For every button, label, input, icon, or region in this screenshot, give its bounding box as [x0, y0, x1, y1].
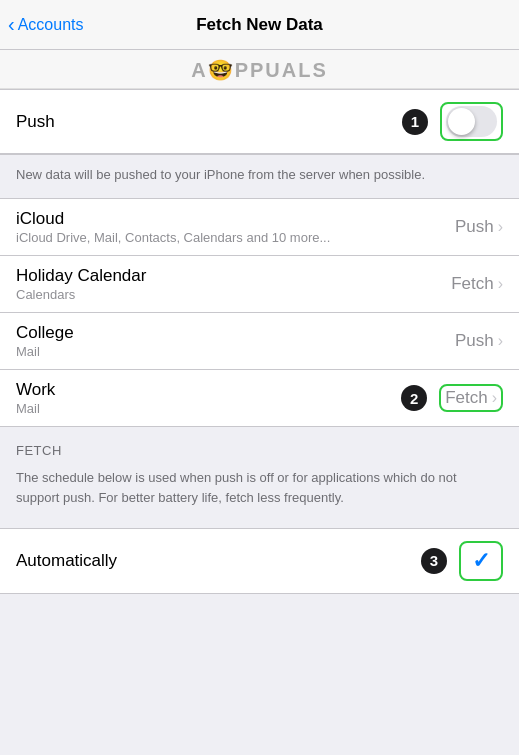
account-name-icloud: iCloud	[16, 209, 455, 229]
auto-check-outline: ✓	[459, 541, 503, 581]
chevron-icon-college: ›	[498, 332, 503, 350]
checkmark-icon: ✓	[472, 548, 490, 574]
work-action-outline: Fetch ›	[439, 384, 503, 412]
fetch-section: FETCH The schedule below is used when pu…	[0, 427, 519, 518]
chevron-icon-work: ›	[492, 389, 497, 407]
work-row-right: 2 Fetch ›	[401, 384, 503, 412]
chevron-icon-holiday: ›	[498, 275, 503, 293]
auto-label: Automatically	[16, 551, 117, 571]
account-info-college: College Mail	[16, 323, 455, 359]
back-chevron-icon: ‹	[8, 14, 15, 34]
account-subtitle-college: Mail	[16, 344, 455, 359]
account-action-college: Push ›	[455, 331, 503, 351]
account-row-icloud[interactable]: iCloud iCloud Drive, Mail, Contacts, Cal…	[0, 199, 519, 256]
auto-section: Automatically 3 ✓	[0, 528, 519, 594]
badge-1: 1	[402, 109, 428, 135]
account-row-work[interactable]: Work Mail 2 Fetch ›	[0, 370, 519, 426]
account-subtitle-holiday: Calendars	[16, 287, 451, 302]
back-button[interactable]: ‹ Accounts	[8, 15, 83, 34]
push-row: Push 1	[0, 90, 519, 154]
account-subtitle-work: Mail	[16, 401, 401, 416]
chevron-icon-icloud: ›	[498, 218, 503, 236]
accounts-list: iCloud iCloud Drive, Mail, Contacts, Cal…	[0, 198, 519, 427]
account-name-college: College	[16, 323, 455, 343]
watermark-text: A🤓PPUALS	[191, 59, 328, 81]
checkmark-container: ✓	[465, 545, 497, 577]
auto-row[interactable]: Automatically 3 ✓	[0, 529, 519, 593]
toggle-knob	[448, 108, 475, 135]
badge-3: 3	[421, 548, 447, 574]
back-label: Accounts	[18, 16, 84, 34]
fetch-description-text: The schedule below is used when push is …	[16, 470, 457, 505]
account-info-work: Work Mail	[16, 380, 401, 416]
account-row-college[interactable]: College Mail Push ›	[0, 313, 519, 370]
toggle-outline	[440, 102, 503, 141]
account-action-label-holiday: Fetch	[451, 274, 494, 294]
account-subtitle-icloud: iCloud Drive, Mail, Contacts, Calendars …	[16, 230, 455, 245]
nav-bar: ‹ Accounts Fetch New Data	[0, 0, 519, 50]
account-action-label-work: Fetch	[445, 388, 488, 408]
account-info-holiday: Holiday Calendar Calendars	[16, 266, 451, 302]
account-name-work: Work	[16, 380, 401, 400]
account-action-work: Fetch ›	[445, 388, 497, 408]
account-action-label-icloud: Push	[455, 217, 494, 237]
account-action-holiday: Fetch ›	[451, 274, 503, 294]
account-action-label-college: Push	[455, 331, 494, 351]
badge-2: 2	[401, 385, 427, 411]
watermark-bar: A🤓PPUALS	[0, 50, 519, 89]
auto-row-right: 3 ✓	[421, 541, 503, 581]
account-info-icloud: iCloud iCloud Drive, Mail, Contacts, Cal…	[16, 209, 455, 245]
fetch-section-title: FETCH	[16, 443, 503, 458]
nav-title: Fetch New Data	[196, 15, 323, 35]
push-description-area: New data will be pushed to your iPhone f…	[0, 155, 519, 198]
push-label: Push	[16, 112, 55, 132]
fetch-inner: FETCH The schedule below is used when pu…	[0, 427, 519, 518]
account-row-holiday[interactable]: Holiday Calendar Calendars Fetch ›	[0, 256, 519, 313]
account-name-holiday: Holiday Calendar	[16, 266, 451, 286]
push-toggle[interactable]	[446, 106, 497, 137]
push-description-text: New data will be pushed to your iPhone f…	[16, 167, 425, 182]
push-section: Push 1	[0, 89, 519, 155]
push-row-right: 1	[402, 102, 503, 141]
account-action-icloud: Push ›	[455, 217, 503, 237]
